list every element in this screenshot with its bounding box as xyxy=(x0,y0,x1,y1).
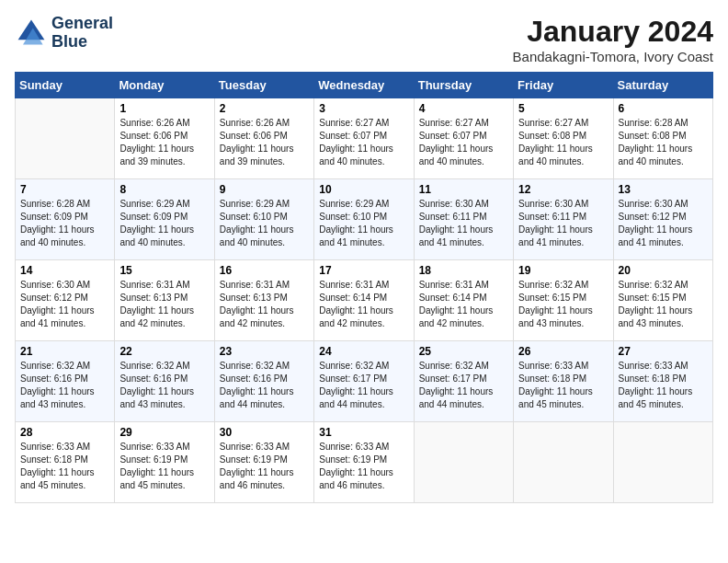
day-cell: 10Sunrise: 6:29 AM Sunset: 6:10 PM Dayli… xyxy=(314,179,414,260)
day-cell: 26Sunrise: 6:33 AM Sunset: 6:18 PM Dayli… xyxy=(514,341,613,422)
calendar-subtitle: Bandakagni-Tomora, Ivory Coast xyxy=(513,49,713,64)
day-cell: 13Sunrise: 6:30 AM Sunset: 6:12 PM Dayli… xyxy=(613,179,712,260)
day-cell: 11Sunrise: 6:30 AM Sunset: 6:11 PM Dayli… xyxy=(414,179,513,260)
day-number: 15 xyxy=(119,264,209,277)
day-number: 29 xyxy=(119,426,209,439)
day-info: Sunrise: 6:27 AM Sunset: 6:07 PM Dayligh… xyxy=(319,117,408,168)
week-row-1: 1Sunrise: 6:26 AM Sunset: 6:06 PM Daylig… xyxy=(16,98,713,179)
column-header-tuesday: Tuesday xyxy=(214,73,313,98)
day-number: 31 xyxy=(319,426,408,439)
day-number: 17 xyxy=(319,264,408,277)
day-number: 6 xyxy=(619,102,708,115)
day-cell: 4Sunrise: 6:27 AM Sunset: 6:07 PM Daylig… xyxy=(414,98,513,179)
day-info: Sunrise: 6:32 AM Sunset: 6:15 PM Dayligh… xyxy=(518,279,608,330)
day-info: Sunrise: 6:27 AM Sunset: 6:07 PM Dayligh… xyxy=(419,117,508,168)
day-number: 12 xyxy=(518,183,608,196)
day-info: Sunrise: 6:30 AM Sunset: 6:11 PM Dayligh… xyxy=(518,198,608,249)
day-number: 20 xyxy=(619,264,708,277)
day-cell: 30Sunrise: 6:33 AM Sunset: 6:19 PM Dayli… xyxy=(214,422,313,503)
day-number: 13 xyxy=(619,183,708,196)
calendar-header-row: SundayMondayTuesdayWednesdayThursdayFrid… xyxy=(16,73,713,98)
day-info: Sunrise: 6:32 AM Sunset: 6:17 PM Dayligh… xyxy=(419,360,508,411)
day-cell: 19Sunrise: 6:32 AM Sunset: 6:15 PM Dayli… xyxy=(514,260,613,341)
day-cell: 15Sunrise: 6:31 AM Sunset: 6:13 PM Dayli… xyxy=(115,260,214,341)
day-cell: 31Sunrise: 6:33 AM Sunset: 6:19 PM Dayli… xyxy=(314,422,414,503)
day-info: Sunrise: 6:27 AM Sunset: 6:08 PM Dayligh… xyxy=(518,117,608,168)
day-cell: 1Sunrise: 6:26 AM Sunset: 6:06 PM Daylig… xyxy=(115,98,214,179)
day-number: 8 xyxy=(119,183,209,196)
day-number: 4 xyxy=(419,102,508,115)
day-cell: 17Sunrise: 6:31 AM Sunset: 6:14 PM Dayli… xyxy=(314,260,414,341)
day-info: Sunrise: 6:31 AM Sunset: 6:13 PM Dayligh… xyxy=(119,279,209,330)
day-number: 5 xyxy=(518,102,608,115)
column-header-saturday: Saturday xyxy=(613,73,712,98)
day-cell: 25Sunrise: 6:32 AM Sunset: 6:17 PM Dayli… xyxy=(414,341,513,422)
day-number: 1 xyxy=(119,102,209,115)
logo-text: General Blue xyxy=(51,15,113,52)
day-cell: 12Sunrise: 6:30 AM Sunset: 6:11 PM Dayli… xyxy=(514,179,613,260)
day-number: 24 xyxy=(319,345,408,358)
day-info: Sunrise: 6:33 AM Sunset: 6:19 PM Dayligh… xyxy=(119,441,209,492)
week-row-4: 21Sunrise: 6:32 AM Sunset: 6:16 PM Dayli… xyxy=(16,341,713,422)
calendar-title: January 2024 xyxy=(513,15,713,49)
day-info: Sunrise: 6:32 AM Sunset: 6:15 PM Dayligh… xyxy=(619,279,708,330)
day-cell: 16Sunrise: 6:31 AM Sunset: 6:13 PM Dayli… xyxy=(214,260,313,341)
day-cell: 18Sunrise: 6:31 AM Sunset: 6:14 PM Dayli… xyxy=(414,260,513,341)
day-number: 9 xyxy=(220,183,309,196)
day-cell: 29Sunrise: 6:33 AM Sunset: 6:19 PM Dayli… xyxy=(115,422,214,503)
day-cell: 8Sunrise: 6:29 AM Sunset: 6:09 PM Daylig… xyxy=(115,179,214,260)
day-cell: 2Sunrise: 6:26 AM Sunset: 6:06 PM Daylig… xyxy=(214,98,313,179)
day-number: 10 xyxy=(319,183,408,196)
day-cell xyxy=(613,422,712,503)
column-header-monday: Monday xyxy=(115,73,214,98)
day-cell: 7Sunrise: 6:28 AM Sunset: 6:09 PM Daylig… xyxy=(16,179,115,260)
logo: General Blue xyxy=(15,15,113,52)
day-info: Sunrise: 6:31 AM Sunset: 6:13 PM Dayligh… xyxy=(220,279,309,330)
day-number: 16 xyxy=(220,264,309,277)
day-info: Sunrise: 6:28 AM Sunset: 6:09 PM Dayligh… xyxy=(20,198,109,249)
week-row-5: 28Sunrise: 6:33 AM Sunset: 6:18 PM Dayli… xyxy=(16,422,713,503)
day-cell: 27Sunrise: 6:33 AM Sunset: 6:18 PM Dayli… xyxy=(613,341,712,422)
column-header-friday: Friday xyxy=(514,73,613,98)
day-cell: 22Sunrise: 6:32 AM Sunset: 6:16 PM Dayli… xyxy=(115,341,214,422)
day-cell: 3Sunrise: 6:27 AM Sunset: 6:07 PM Daylig… xyxy=(314,98,414,179)
day-number: 7 xyxy=(20,183,109,196)
day-number: 26 xyxy=(518,345,608,358)
day-info: Sunrise: 6:33 AM Sunset: 6:18 PM Dayligh… xyxy=(518,360,608,411)
day-info: Sunrise: 6:33 AM Sunset: 6:19 PM Dayligh… xyxy=(220,441,309,492)
day-number: 27 xyxy=(619,345,708,358)
day-number: 25 xyxy=(419,345,508,358)
week-row-2: 7Sunrise: 6:28 AM Sunset: 6:09 PM Daylig… xyxy=(16,179,713,260)
day-info: Sunrise: 6:32 AM Sunset: 6:17 PM Dayligh… xyxy=(319,360,408,411)
page-header: General Blue January 2024 Bandakagni-Tom… xyxy=(15,15,713,64)
day-info: Sunrise: 6:29 AM Sunset: 6:10 PM Dayligh… xyxy=(319,198,408,249)
day-info: Sunrise: 6:32 AM Sunset: 6:16 PM Dayligh… xyxy=(20,360,109,411)
day-number: 11 xyxy=(419,183,508,196)
day-cell: 23Sunrise: 6:32 AM Sunset: 6:16 PM Dayli… xyxy=(214,341,313,422)
day-info: Sunrise: 6:30 AM Sunset: 6:11 PM Dayligh… xyxy=(419,198,508,249)
day-number: 2 xyxy=(220,102,309,115)
title-block: January 2024 Bandakagni-Tomora, Ivory Co… xyxy=(513,15,713,64)
day-info: Sunrise: 6:30 AM Sunset: 6:12 PM Dayligh… xyxy=(619,198,708,249)
day-number: 22 xyxy=(119,345,209,358)
day-cell: 24Sunrise: 6:32 AM Sunset: 6:17 PM Dayli… xyxy=(314,341,414,422)
day-info: Sunrise: 6:26 AM Sunset: 6:06 PM Dayligh… xyxy=(220,117,309,168)
day-number: 14 xyxy=(20,264,109,277)
day-info: Sunrise: 6:33 AM Sunset: 6:18 PM Dayligh… xyxy=(619,360,708,411)
day-info: Sunrise: 6:32 AM Sunset: 6:16 PM Dayligh… xyxy=(220,360,309,411)
day-info: Sunrise: 6:31 AM Sunset: 6:14 PM Dayligh… xyxy=(419,279,508,330)
day-cell: 9Sunrise: 6:29 AM Sunset: 6:10 PM Daylig… xyxy=(214,179,313,260)
day-info: Sunrise: 6:31 AM Sunset: 6:14 PM Dayligh… xyxy=(319,279,408,330)
day-number: 21 xyxy=(20,345,109,358)
day-cell: 5Sunrise: 6:27 AM Sunset: 6:08 PM Daylig… xyxy=(514,98,613,179)
day-info: Sunrise: 6:32 AM Sunset: 6:16 PM Dayligh… xyxy=(119,360,209,411)
day-number: 30 xyxy=(220,426,309,439)
day-info: Sunrise: 6:26 AM Sunset: 6:06 PM Dayligh… xyxy=(119,117,209,168)
day-number: 18 xyxy=(419,264,508,277)
day-cell: 20Sunrise: 6:32 AM Sunset: 6:15 PM Dayli… xyxy=(613,260,712,341)
day-number: 3 xyxy=(319,102,408,115)
day-cell: 21Sunrise: 6:32 AM Sunset: 6:16 PM Dayli… xyxy=(16,341,115,422)
day-cell: 28Sunrise: 6:33 AM Sunset: 6:18 PM Dayli… xyxy=(16,422,115,503)
column-header-thursday: Thursday xyxy=(414,73,513,98)
day-cell: 6Sunrise: 6:28 AM Sunset: 6:08 PM Daylig… xyxy=(613,98,712,179)
